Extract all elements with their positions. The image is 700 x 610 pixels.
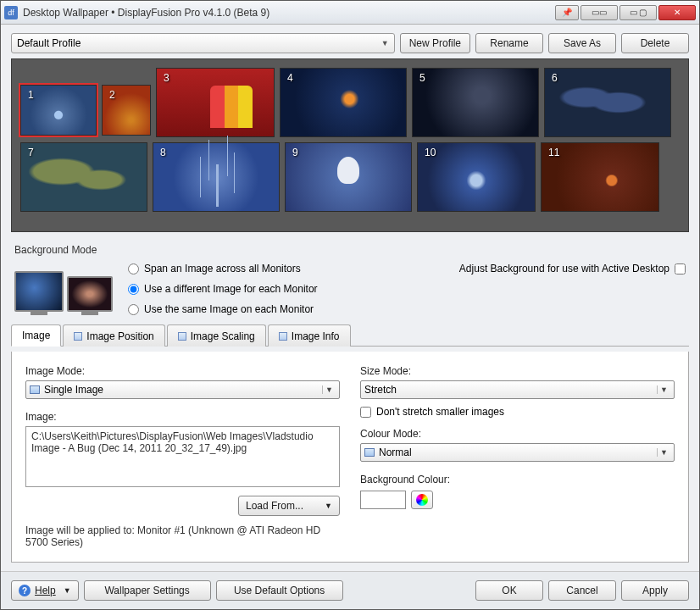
preview-monitor-2 [67,276,113,312]
monitor-10[interactable]: 10 [417,142,536,212]
tab-image[interactable]: Image [11,324,61,347]
profile-value: Default Profile [17,37,81,49]
dont-stretch-checkbox[interactable] [360,407,371,418]
bg-colour-label: Background Colour: [360,474,675,485]
bg-colour-row [360,491,675,509]
size-mode-value: Stretch [364,384,657,396]
preview-monitor-1 [14,271,64,312]
monitor-11[interactable]: 11 [541,142,659,212]
colour-picker-button[interactable] [411,491,433,509]
square-icon [279,332,287,341]
radio-span-label: Span an Image across all Monitors [144,263,301,274]
content-area: Default Profile ▼ New Profile Rename Sav… [1,25,699,571]
right-column: Size Mode: Stretch ▼ Don't stretch small… [360,363,675,553]
monitor-2[interactable]: 2 [102,85,151,136]
monitor-5[interactable]: 5 [412,68,539,137]
chevron-down-icon: ▼ [657,385,670,394]
monitor-preview-icon [14,261,116,312]
image-icon [30,385,40,394]
ok-button[interactable]: OK [475,580,543,601]
background-mode-label: Background Mode [14,244,686,256]
app-window: df Desktop Wallpaper • DisplayFusion Pro… [0,0,700,610]
colour-mode-label: Colour Mode: [360,428,675,440]
radio-same-label: Use the same Image on each Monitor [144,303,314,315]
square-icon [74,332,82,341]
bg-colour-swatch[interactable] [360,491,406,509]
chevron-down-icon: ▼ [325,502,332,510]
use-default-options-button[interactable]: Use Default Options [216,580,343,601]
tab-panel-image: Image Mode: Single Image ▼ Image: C:\Use… [11,352,689,563]
window-controls: 📌 ▭▭ ▭ ▢ ✕ [555,5,696,20]
monitor-9[interactable]: 9 [285,142,412,212]
profile-row: Default Profile ▼ New Profile Rename Sav… [11,33,689,53]
titlebar: df Desktop Wallpaper • DisplayFusion Pro… [1,1,699,25]
monitor-4[interactable]: 4 [280,68,407,137]
size-mode-label: Size Mode: [360,365,675,377]
tab-image-position[interactable]: Image Position [63,324,164,347]
close-icon[interactable]: ✕ [658,5,696,20]
cancel-button[interactable]: Cancel [548,580,616,601]
image-mode-select[interactable]: Single Image ▼ [25,380,340,399]
rename-button[interactable]: Rename [475,33,543,53]
colour-wheel-icon [416,494,428,506]
image-mode-label: Image Mode: [25,365,340,377]
chevron-down-icon: ▼ [381,39,389,47]
profile-select[interactable]: Default Profile ▼ [11,33,395,53]
background-mode-row: Span an Image across all Monitors Use a … [14,261,686,315]
chevron-down-icon: ▼ [322,385,336,394]
radio-different-input[interactable] [128,284,139,295]
apply-button[interactable]: Apply [621,580,689,601]
monitor-8[interactable]: 8 [153,142,280,212]
chevron-down-icon: ▼ [64,586,71,595]
radio-same-input[interactable] [128,304,139,315]
delete-button[interactable]: Delete [621,33,689,53]
size-mode-select[interactable]: Stretch ▼ [360,380,675,399]
footer: ? Help ▼ Wallpaper Settings Use Default … [1,571,699,609]
dont-stretch-row[interactable]: Don't stretch smaller images [360,406,675,418]
window-title: Desktop Wallpaper • DisplayFusion Pro v4… [23,7,555,19]
adjust-label: Adjust Background for use with Active De… [459,263,669,274]
minimize-maximize-icon[interactable]: ▭ ▢ [619,5,657,20]
background-mode-section: Background Mode Span an Image across all… [11,237,689,315]
tab-bar: Image Image Position Image Scaling Image… [11,324,689,347]
monitor-7[interactable]: 7 [20,142,147,212]
chevron-down-icon: ▼ [657,448,670,457]
help-icon: ? [19,585,31,596]
new-profile-button[interactable]: New Profile [400,33,470,53]
colour-mode-value: Normal [379,446,657,458]
adjust-active-desktop[interactable]: Adjust Background for use with Active De… [459,261,686,274]
applied-status: Image will be applied to: Monitor #1 (Un… [25,524,340,548]
tab-image-info[interactable]: Image Info [268,324,351,347]
radio-span-input[interactable] [128,263,139,274]
window-layout-icon[interactable]: ▭▭ [581,5,618,20]
app-icon: df [4,6,18,19]
adjust-checkbox[interactable] [675,263,686,274]
square-icon [178,332,186,341]
monitor-3[interactable]: 3 [156,68,275,137]
radio-same[interactable]: Use the same Image on each Monitor [128,303,318,315]
save-as-button[interactable]: Save As [548,33,616,53]
radio-span[interactable]: Span an Image across all Monitors [128,263,318,274]
monitor-1[interactable]: 1 [20,85,97,136]
pin-icon[interactable]: 📌 [555,5,579,20]
load-row: Load From... ▼ [25,496,340,516]
radio-different[interactable]: Use a different Image for each Monitor [128,283,318,295]
dont-stretch-label: Don't stretch smaller images [376,406,504,418]
tab-image-scaling[interactable]: Image Scaling [167,324,266,347]
load-from-button[interactable]: Load From... ▼ [238,496,340,516]
radio-different-label: Use a different Image for each Monitor [144,283,318,295]
monitor-grid: 1 2 3 4 5 6 7 8 9 10 11 [11,58,689,232]
left-column: Image Mode: Single Image ▼ Image: C:\Use… [25,363,340,553]
wallpaper-settings-button[interactable]: Wallpaper Settings [84,580,211,601]
bgmode-radio-group: Span an Image across all Monitors Use a … [128,261,318,315]
image-path-box[interactable]: C:\Users\Keith\Pictures\DisplayFusion\We… [25,426,340,487]
image-mode-value: Single Image [44,384,322,396]
help-button[interactable]: ? Help ▼ [11,580,79,601]
image-icon [364,448,375,457]
colour-mode-select[interactable]: Normal ▼ [360,443,675,462]
image-path-label: Image: [25,411,340,423]
monitor-6[interactable]: 6 [544,68,671,137]
